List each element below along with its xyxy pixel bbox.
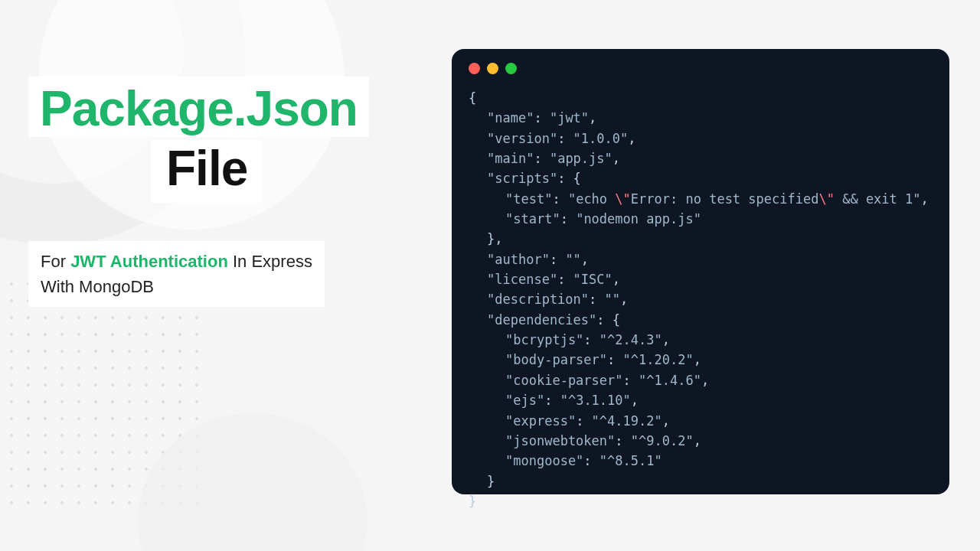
- heading-line-2: File: [151, 140, 263, 203]
- json-key: "jsonwebtoken": [505, 433, 615, 448]
- code-window: { "name": "jwt", "version": "1.0.0", "ma…: [452, 49, 949, 494]
- heading-line-1: Package.Json: [28, 77, 369, 137]
- json-key: "ejs": [505, 393, 544, 408]
- json-val: && exit 1": [835, 191, 921, 207]
- json-val: "^1.20.2": [623, 352, 694, 367]
- json-key: "cookie-parser": [505, 373, 623, 388]
- json-key: "version": [487, 131, 557, 146]
- close-icon: [469, 63, 480, 74]
- subtitle-prefix: For: [41, 252, 66, 271]
- json-val: "": [565, 252, 580, 267]
- json-escape: \": [615, 191, 630, 207]
- minimize-icon: [487, 63, 498, 74]
- json-val: Error: no test specified: [631, 191, 819, 207]
- json-val: "app.js": [550, 151, 612, 166]
- json-val: "^8.5.1": [599, 453, 662, 468]
- json-val: "ISC": [573, 272, 612, 287]
- json-key: "author": [487, 252, 550, 267]
- json-val: "^3.1.10": [560, 393, 631, 408]
- json-key: "express": [505, 413, 576, 429]
- maximize-icon: [505, 63, 517, 74]
- json-key: "description": [487, 292, 589, 307]
- code-content: { "name": "jwt", "version": "1.0.0", "ma…: [469, 88, 933, 511]
- json-key: "name": [487, 110, 534, 126]
- json-key: "bcryptjs": [505, 332, 583, 347]
- json-key: "main": [487, 151, 534, 166]
- json-key: "body-parser": [505, 352, 607, 367]
- json-key: "test": [505, 191, 552, 207]
- json-escape: \": [818, 191, 834, 207]
- json-val: "echo: [568, 191, 615, 207]
- json-val: "^1.4.6": [639, 373, 701, 388]
- window-controls: [469, 63, 933, 74]
- subtitle-block: For JWT Authentication In Express With M…: [28, 241, 325, 307]
- json-val: "^2.4.3": [599, 332, 662, 347]
- json-key: "mongoose": [505, 453, 583, 468]
- subtitle-accent: JWT Authentication: [70, 252, 228, 271]
- json-key: "scripts": [487, 171, 557, 186]
- json-key: "start": [505, 211, 560, 227]
- json-key: "dependencies": [487, 312, 596, 328]
- json-val: "1.0.0": [573, 131, 629, 146]
- json-val: "^9.0.2": [631, 433, 694, 448]
- json-key: "license": [487, 272, 557, 287]
- subtitle-suffix: With MongoDB: [41, 277, 154, 296]
- json-val: "": [605, 292, 620, 307]
- subtitle-mid: In Express: [233, 252, 312, 271]
- heading-block: Package.Json File For JWT Authentication…: [28, 77, 426, 307]
- json-val: "nodemon app.js": [576, 211, 701, 227]
- json-val: "jwt": [550, 110, 589, 126]
- json-val: "^4.19.2": [592, 413, 662, 429]
